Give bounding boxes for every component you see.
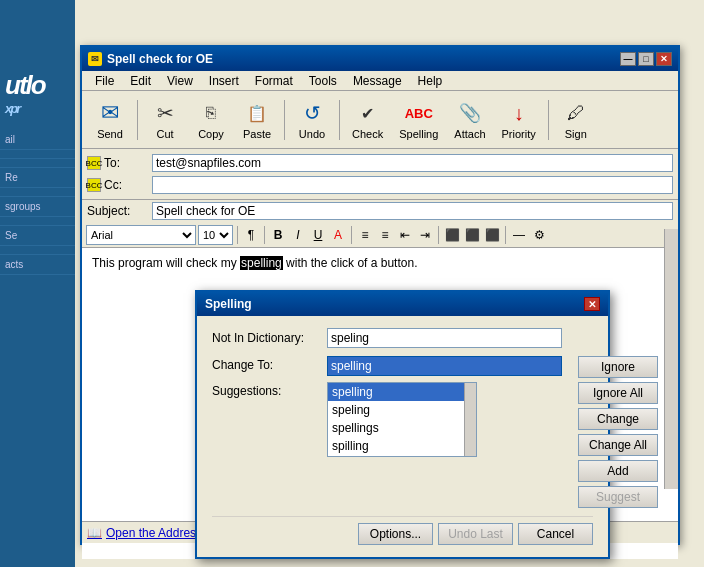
align-left-button[interactable]: ⬛ bbox=[443, 226, 461, 244]
attach-label: Attach bbox=[454, 128, 485, 140]
check-label: Check bbox=[352, 128, 383, 140]
to-input[interactable] bbox=[152, 154, 673, 172]
suggest-button[interactable]: Suggest bbox=[578, 486, 658, 508]
nav-item-7[interactable] bbox=[0, 217, 75, 226]
underline-button[interactable]: U bbox=[309, 226, 327, 244]
menu-format[interactable]: Format bbox=[247, 72, 301, 90]
menu-insert[interactable]: Insert bbox=[201, 72, 247, 90]
suggestions-list-container[interactable]: spelling speling spellings spilling bbox=[327, 382, 477, 457]
font-select[interactable]: Arial bbox=[86, 225, 196, 245]
align-center-button[interactable]: ⬛ bbox=[463, 226, 481, 244]
suggestion-item-3[interactable]: spilling bbox=[328, 437, 476, 455]
bold-button[interactable]: B bbox=[269, 226, 287, 244]
to-row: BCC To: bbox=[82, 152, 678, 174]
nav-item-se[interactable]: Se bbox=[0, 226, 75, 246]
ignore-button[interactable]: Ignore bbox=[578, 356, 658, 378]
suggestion-item-1[interactable]: speling bbox=[328, 401, 476, 419]
not-in-dict-row: Not In Dictionary: bbox=[212, 328, 593, 348]
menu-file[interactable]: File bbox=[87, 72, 122, 90]
toolbar-sep-3 bbox=[339, 100, 340, 140]
align-right-button[interactable]: ⬛ bbox=[483, 226, 501, 244]
cancel-button[interactable]: Cancel bbox=[518, 523, 593, 545]
cut-label: Cut bbox=[156, 128, 173, 140]
add-button[interactable]: Add bbox=[578, 460, 658, 482]
sign-icon: 🖊 bbox=[562, 99, 590, 127]
change-to-row: Change To: bbox=[212, 356, 562, 376]
maximize-button[interactable]: □ bbox=[638, 52, 654, 66]
menu-message[interactable]: Message bbox=[345, 72, 410, 90]
scrollbar[interactable] bbox=[664, 229, 678, 489]
undo-last-button[interactable]: Undo Last bbox=[438, 523, 513, 545]
ordered-list-button[interactable]: ≡ bbox=[376, 226, 394, 244]
nav-item-acts[interactable]: acts bbox=[0, 255, 75, 275]
change-all-button[interactable]: Change All bbox=[578, 434, 658, 456]
nav-item-5[interactable] bbox=[0, 188, 75, 197]
email-titlebar: ✉ Spell check for OE — □ ✕ bbox=[82, 47, 678, 71]
fmt-sep-4 bbox=[438, 226, 439, 244]
change-left: Change To: Suggestions: spelling speling… bbox=[212, 356, 562, 508]
email-window-title: Spell check for OE bbox=[107, 52, 213, 66]
minimize-button[interactable]: — bbox=[620, 52, 636, 66]
color-button[interactable]: A bbox=[329, 226, 347, 244]
check-button[interactable]: ✔ Check bbox=[345, 94, 390, 145]
copy-button[interactable]: ⎘ Copy bbox=[189, 94, 233, 145]
cut-icon: ✂ bbox=[151, 99, 179, 127]
highlighted-spelling-word: spelling bbox=[240, 256, 283, 270]
fmt-sep-5 bbox=[505, 226, 506, 244]
menu-view[interactable]: View bbox=[159, 72, 201, 90]
suggestion-item-0[interactable]: spelling bbox=[328, 383, 476, 401]
spell-content: Not In Dictionary: Change To: Suggestion… bbox=[197, 316, 608, 557]
suggestion-item-2[interactable]: spellings bbox=[328, 419, 476, 437]
nav-item-re[interactable]: Re bbox=[0, 168, 75, 188]
nav-item-groups[interactable]: sgroups bbox=[0, 197, 75, 217]
outlook-sub-text: xpr bbox=[5, 101, 70, 116]
to-label: BCC To: bbox=[87, 156, 152, 170]
not-in-dict-input[interactable] bbox=[327, 328, 562, 348]
change-to-label: Change To: bbox=[212, 356, 327, 372]
nav-item-mail[interactable]: ail bbox=[0, 130, 75, 150]
attach-button[interactable]: 📎 Attach bbox=[447, 94, 492, 145]
sign-label: Sign bbox=[565, 128, 587, 140]
menu-help[interactable]: Help bbox=[410, 72, 451, 90]
send-button[interactable]: ✉ Send bbox=[88, 94, 132, 145]
undo-button[interactable]: ↺ Undo bbox=[290, 94, 334, 145]
outlook-logo: utlo xpr bbox=[0, 65, 75, 121]
change-to-input[interactable] bbox=[327, 356, 562, 376]
options-button[interactable]: Options... bbox=[358, 523, 433, 545]
suggestions-scrollbar[interactable] bbox=[464, 383, 476, 456]
unordered-list-button[interactable]: ≡ bbox=[356, 226, 374, 244]
menu-edit[interactable]: Edit bbox=[122, 72, 159, 90]
fmt-sep-1 bbox=[237, 226, 238, 244]
indent-inc-button[interactable]: ⇥ bbox=[416, 226, 434, 244]
toolbar-sep-4 bbox=[548, 100, 549, 140]
italic-button[interactable]: I bbox=[289, 226, 307, 244]
spell-close-button[interactable]: ✕ bbox=[584, 297, 600, 311]
nav-item-2[interactable] bbox=[0, 150, 75, 159]
sign-button[interactable]: 🖊 Sign bbox=[554, 94, 598, 145]
subject-input[interactable] bbox=[152, 202, 673, 220]
menu-tools[interactable]: Tools bbox=[301, 72, 345, 90]
more-button[interactable]: — bbox=[510, 226, 528, 244]
nav-item-9[interactable] bbox=[0, 246, 75, 255]
attach-icon: 📎 bbox=[456, 99, 484, 127]
cut-button[interactable]: ✂ Cut bbox=[143, 94, 187, 145]
send-icon: ✉ bbox=[96, 99, 124, 127]
cc-input[interactable] bbox=[152, 176, 673, 194]
priority-button[interactable]: ↓ Priority bbox=[495, 94, 543, 145]
paragraph-btn[interactable]: ¶ bbox=[242, 226, 260, 244]
change-button[interactable]: Change bbox=[578, 408, 658, 430]
fmt-sep-3 bbox=[351, 226, 352, 244]
check-icon: ✔ bbox=[354, 99, 382, 127]
paste-button[interactable]: 📋 Paste bbox=[235, 94, 279, 145]
outlook-sidebar: utlo xpr ail Re sgroups Se acts bbox=[0, 0, 75, 567]
to-icon: BCC bbox=[87, 156, 101, 170]
email-window-icon: ✉ bbox=[88, 52, 102, 66]
size-select[interactable]: 10 bbox=[198, 225, 233, 245]
nav-item-3[interactable] bbox=[0, 159, 75, 168]
close-button[interactable]: ✕ bbox=[656, 52, 672, 66]
spelling-button[interactable]: ABC Spelling bbox=[392, 94, 445, 145]
extra-button[interactable]: ⚙ bbox=[530, 226, 548, 244]
ignore-all-button[interactable]: Ignore All bbox=[578, 382, 658, 404]
indent-dec-button[interactable]: ⇤ bbox=[396, 226, 414, 244]
toolbar: ✉ Send ✂ Cut ⎘ Copy 📋 Paste ↺ Undo ✔ Che… bbox=[82, 91, 678, 149]
